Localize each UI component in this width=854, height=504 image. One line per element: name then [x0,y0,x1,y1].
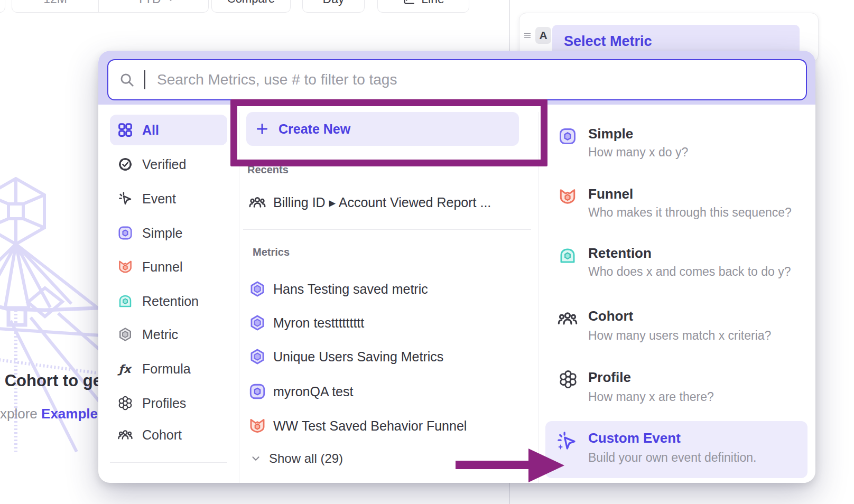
sidebar-item-event[interactable]: Event [110,183,227,214]
simple-metric-icon [117,225,133,241]
metric-item-label: Hans Testing saved metric [273,282,428,297]
search-input[interactable] [156,71,795,89]
sidebar-item-metric[interactable]: Metric [110,319,227,350]
metric-item-label: WW Test Saved Behavior Funnel [273,418,467,434]
metric-type-title: Profile [588,369,631,386]
wireframe-illustration [0,177,106,473]
profiles-flower-icon [117,395,133,411]
column-divider [539,112,539,483]
show-all-toggle[interactable]: Show all (29) [250,451,343,466]
metric-type-subtitle: Who makes it through this sequence? [588,206,792,220]
saved-metric-hexagon-icon [248,348,266,366]
metric-list-item[interactable]: myronQA test [248,382,353,401]
grid-icon [117,122,133,138]
date-range-segmented-control: 12M YTD [12,0,209,13]
example-link[interactable]: Example [41,406,98,422]
saved-metric-hexagon-icon [248,314,266,332]
show-all-label: Show all (29) [269,451,343,466]
chart-type-label: Line [421,0,444,6]
metric-list-item[interactable]: Unique Users Saving Metrics [248,347,443,366]
metric-type-cohort[interactable]: Cohort How many users match x criteria? [545,308,807,350]
metric-type-funnel[interactable]: Funnel Who makes it through this sequenc… [545,186,807,228]
metric-hexagon-icon [117,326,133,342]
recent-item-billing[interactable]: Billing ID ▸ Account Viewed Report ... [248,193,491,211]
select-metric-label: Select Metric [564,33,652,50]
metric-type-subtitle: How many x are there? [588,390,714,404]
recent-item-label: Billing ID ▸ Account Viewed Report ... [273,195,491,210]
saved-metric-hexagon-icon [248,280,266,298]
sidebar-item-verified[interactable]: Verified [110,149,227,180]
sidebar-item-label: Metric [142,327,178,342]
sidebar-item-cohort[interactable]: Cohort [110,419,227,450]
compare-label: Compare [227,0,275,6]
chevron-down-icon [250,453,262,464]
range-12m-button[interactable]: 12M [12,0,99,12]
sidebar-item-label: Simple [142,226,182,241]
formula-fx-icon [117,361,133,377]
sidebar-item-label: Formula [142,361,191,377]
sidebar-item-funnel[interactable]: Funnel [110,251,227,282]
range-12m-label: 12M [43,0,67,6]
explore-text-fragment: xplore [0,406,41,422]
funnel-icon [558,187,577,206]
sidebar-item-simple[interactable]: Simple [110,218,227,248]
annotation-highlight-box [230,99,547,166]
annotation-arrow [449,444,571,491]
sidebar-item-label: Verified [142,157,186,172]
range-ytd-label: YTD [137,0,161,6]
chart-type-line-button[interactable]: Line [377,0,469,13]
event-cursor-icon [117,191,133,207]
tag-icon [117,482,133,483]
metric-type-subtitle: Who does x and comes back to do y? [588,265,791,279]
metric-item-label: Myron testtttttttt [273,315,364,331]
sidebar-item-formula[interactable]: Formula [110,353,227,384]
metric-list-item[interactable]: Myron testtttttttt [248,313,364,332]
retention-icon [117,293,133,309]
verified-badge-icon [117,156,133,172]
metric-list-item[interactable]: Hans Testing saved metric [248,279,428,298]
chevron-down-icon [165,0,176,4]
app-canvas: 12M YTD Compare Day Line [0,0,854,504]
profiles-flower-icon [558,369,578,389]
series-badge: A [535,27,551,44]
metric-type-retention[interactable]: Retention Who does x and comes back to d… [545,245,807,287]
metric-list-item[interactable]: WW Test Saved Behavior Funnel [248,416,467,435]
sidebar-item-label: Profiles [142,396,186,411]
granularity-day-button[interactable]: Day [302,0,365,13]
sidebar-item-retention[interactable]: Retention [110,286,227,316]
search-field-container [107,59,807,100]
sidebar-item-profiles[interactable]: Profiles [110,388,227,418]
granularity-label: Day [323,0,345,6]
sidebar-item-label: Funnel [142,259,182,275]
sidebar-item-label: Retention [142,294,199,309]
range-ytd-button[interactable]: YTD [104,0,208,12]
metric-type-title: Custom Event [588,430,681,446]
sidebar-item-label: Event [142,191,176,207]
metric-type-simple[interactable]: Simple How many x do y? [545,126,807,168]
line-chart-icon [402,0,416,6]
sidebar-item-label: Tags [142,482,170,483]
metric-item-label: Unique Users Saving Metrics [273,349,443,365]
metric-type-title: Retention [588,245,652,262]
toolbar-partial-button[interactable] [0,0,5,13]
metric-item-label: myronQA test [273,384,353,399]
sidebar-item-label: All [142,123,159,138]
sidebar-item-all[interactable]: All [110,115,227,145]
sidebar-item-tags[interactable]: Tags [110,461,227,483]
retention-icon [558,246,577,265]
text-caret [144,70,145,89]
background-headline-fragment: r Cohort to ge [0,371,102,390]
simple-metric-icon [558,127,577,146]
metric-type-custom-event[interactable]: Custom Event Build your own event defini… [545,430,807,472]
sidebar-divider [239,112,239,483]
recents-divider [243,229,531,230]
metric-type-profile[interactable]: Profile How many x are there? [545,369,807,412]
metrics-heading: Metrics [253,246,290,258]
compare-button[interactable]: Compare [211,0,291,13]
metric-type-title: Cohort [588,308,633,324]
funnel-icon [117,259,133,275]
metric-type-title: Funnel [588,186,633,202]
metric-type-subtitle: How many x do y? [588,145,688,160]
cohort-people-icon [557,308,578,329]
drag-handle-icon[interactable] [523,31,532,40]
